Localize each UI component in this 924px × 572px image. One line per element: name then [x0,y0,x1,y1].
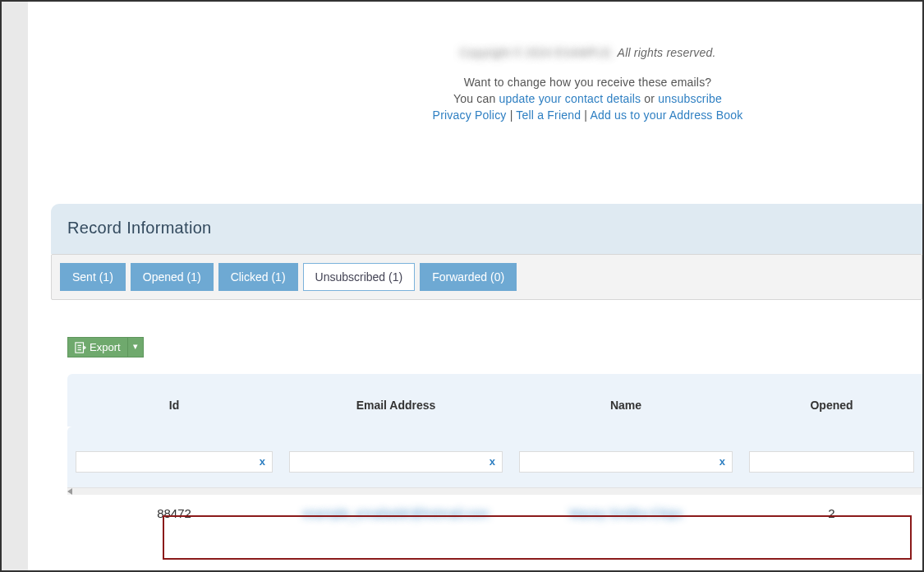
tell-a-friend-link[interactable]: Tell a Friend [516,108,581,122]
tab-unsubscribed[interactable]: Unsubscribed (1) [303,263,416,291]
col-opened[interactable]: Opened [741,374,922,427]
email-footer: Copyright © 2024 EXAMPLE. All rights res… [31,2,922,122]
export-label: Export [90,341,121,353]
export-spreadsheet-icon [75,342,86,353]
change-preferences-line: Want to change how you receive these ema… [278,76,898,89]
horizontal-scroll-hint[interactable] [67,487,922,495]
cell-email: example_emailaddr@hotmail.com [281,495,511,532]
privacy-policy-link[interactable]: Privacy Policy [433,108,507,122]
filter-name-cell: x [519,451,733,473]
export-dropdown-caret[interactable]: ▾ [128,337,144,358]
left-gutter [2,2,28,570]
header-row: Id Email Address Name Opened [67,374,922,427]
update-unsub-line: You can update your contact details or u… [278,92,898,105]
cell-opened: 2 [741,495,922,532]
filter-row: x x x [67,427,922,487]
record-information-header: Record Information [51,204,922,254]
copyright-blurred: Copyright © 2024 EXAMPLE. [459,46,614,59]
filter-email-cell: x [289,451,503,473]
cell-id: 88472 [67,495,281,532]
results-table: Id Email Address Name Opened x [67,374,922,532]
col-id[interactable]: Id [67,374,281,427]
update-contact-link[interactable]: update your contact details [499,92,641,105]
cell-name: Macey Smiths-Chips [511,495,741,532]
filter-name-input[interactable] [525,452,717,472]
footer-links-line: Privacy Policy | Tell a Friend | Add us … [278,108,898,122]
tab-forwarded[interactable]: Forwarded (0) [420,263,517,291]
filter-email-input[interactable] [295,452,487,472]
content-area: Copyright © 2024 EXAMPLE. All rights res… [31,2,922,570]
export-button-group: Export ▾ [67,337,144,358]
app-frame: Copyright © 2024 EXAMPLE. All rights res… [0,0,924,572]
tab-container: Sent (1) Opened (1) Clicked (1) Unsubscr… [51,254,922,300]
unsubscribe-link[interactable]: unsubscribe [658,92,722,105]
col-name[interactable]: Name [511,374,741,427]
table-row[interactable]: 88472 example_emailaddr@hotmail.com Mace… [67,495,922,532]
col-email[interactable]: Email Address [281,374,511,427]
tab-strip: Sent (1) Opened (1) Clicked (1) Unsubscr… [60,263,913,291]
rights-reserved: All rights reserved. [618,46,716,59]
filter-opened-input[interactable] [755,452,899,472]
you-can-text: You can [453,92,499,105]
name-blurred: Macey Smiths-Chips [569,506,683,520]
tab-opened[interactable]: Opened (1) [131,263,214,291]
or-text: or [641,92,658,105]
filter-opened-cell [749,451,914,473]
export-button[interactable]: Export [67,337,128,358]
tab-clicked[interactable]: Clicked (1) [218,263,298,291]
sep1: | [507,108,517,122]
email-blurred: example_emailaddr@hotmail.com [303,506,490,520]
tab-sent[interactable]: Sent (1) [60,263,126,291]
filter-id-clear[interactable]: x [256,454,269,469]
filter-email-clear[interactable]: x [486,454,499,469]
filter-id-cell: x [76,451,273,473]
section-title: Record Information [67,219,211,237]
add-address-book-link[interactable]: Add us to your Address Book [590,108,742,122]
filter-name-clear[interactable]: x [716,454,729,469]
copyright-line: Copyright © 2024 EXAMPLE. All rights res… [278,46,898,59]
tab-content-panel: Export ▾ Id Email Address Name Opened [51,300,922,532]
sep2: | [581,108,590,122]
filter-id-input[interactable] [81,452,257,472]
